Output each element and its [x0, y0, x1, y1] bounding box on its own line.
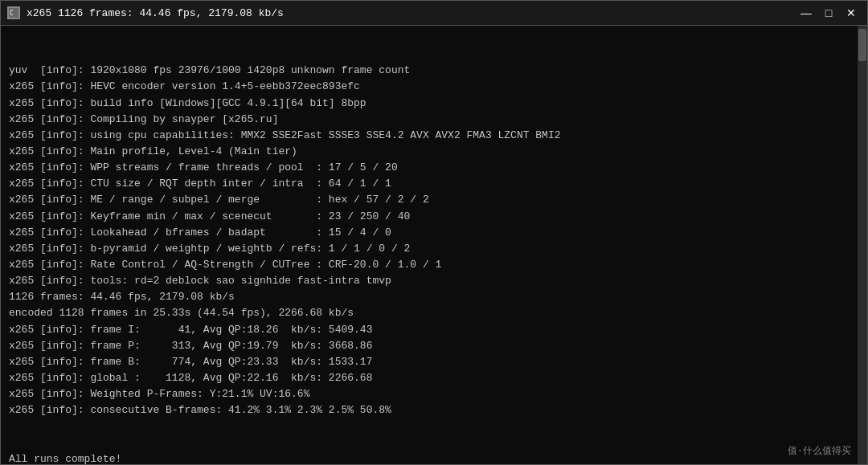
terminal-line	[9, 435, 850, 451]
terminal-line: x265 [info]: CTU size / RQT depth inter …	[9, 176, 850, 192]
terminal-line: x265 [info]: Main profile, Level-4 (Main…	[9, 144, 850, 160]
title-text: x265 1126 frames: 44.46 fps, 2179.08 kb/…	[27, 7, 284, 19]
terminal-content[interactable]: yuv [info]: 1920x1080 fps 23976/1000 i42…	[1, 26, 858, 464]
terminal-body: yuv [info]: 1920x1080 fps 23976/1000 i42…	[0, 26, 868, 465]
terminal-line	[9, 418, 850, 434]
terminal-line: x265 [info]: Lookahead / bframes / badap…	[9, 225, 850, 241]
title-bar-controls: — □ ✕	[796, 4, 861, 22]
terminal-line: x265 [info]: using cpu capabilities: MMX…	[9, 128, 850, 144]
watermark: 值·什么值得买	[788, 444, 851, 458]
terminal-line: encoded 1128 frames in 25.33s (44.54 fps…	[9, 305, 850, 321]
terminal-line: x265 [info]: Weighted P-Frames: Y:21.1% …	[9, 386, 850, 402]
scrollbar[interactable]	[858, 26, 867, 464]
app-icon: C	[7, 6, 20, 19]
maximize-button[interactable]: □	[819, 4, 838, 22]
title-bar-left: C x265 1126 frames: 44.46 fps, 2179.08 k…	[7, 6, 284, 19]
terminal-line: x265 [info]: consecutive B-frames: 41.2%…	[9, 402, 850, 418]
terminal-line: x265 [info]: tools: rd=2 deblock sao sig…	[9, 273, 850, 289]
terminal-line: All runs complete!	[9, 451, 850, 464]
terminal-line: x265 [info]: ME / range / subpel / merge…	[9, 192, 850, 208]
terminal-line: x265 [info]: WPP streams / frame threads…	[9, 160, 850, 176]
svg-text:C: C	[10, 10, 14, 17]
terminal-line: yuv [info]: 1920x1080 fps 23976/1000 i42…	[9, 63, 850, 79]
terminal-line: x265 [info]: frame I: 41, Avg QP:18.26 k…	[9, 322, 850, 338]
terminal-line: 1126 frames: 44.46 fps, 2179.08 kb/s	[9, 289, 850, 305]
minimize-button[interactable]: —	[796, 4, 816, 22]
terminal-line: x265 [info]: HEVC encoder version 1.4+5-…	[9, 79, 850, 95]
terminal-line: x265 [info]: frame B: 774, Avg QP:23.33 …	[9, 354, 850, 370]
terminal-line: x265 [info]: Compiling by snayper [x265.…	[9, 112, 850, 128]
terminal-line: x265 [info]: Keyframe min / max / scenec…	[9, 209, 850, 225]
terminal-line: x265 [info]: global : 1128, Avg QP:22.16…	[9, 370, 850, 386]
terminal-line: x265 [info]: frame P: 313, Avg QP:19.79 …	[9, 338, 850, 354]
scrollbar-thumb[interactable]	[858, 29, 866, 61]
close-button[interactable]: ✕	[841, 4, 861, 22]
title-bar: C x265 1126 frames: 44.46 fps, 2179.08 k…	[0, 0, 868, 26]
terminal-line: x265 [info]: b-pyramid / weightp / weigh…	[9, 241, 850, 257]
terminal-line: x265 [info]: Rate Control / AQ-Strength …	[9, 257, 850, 273]
terminal-line: x265 [info]: build info [Windows][GCC 4.…	[9, 96, 850, 112]
